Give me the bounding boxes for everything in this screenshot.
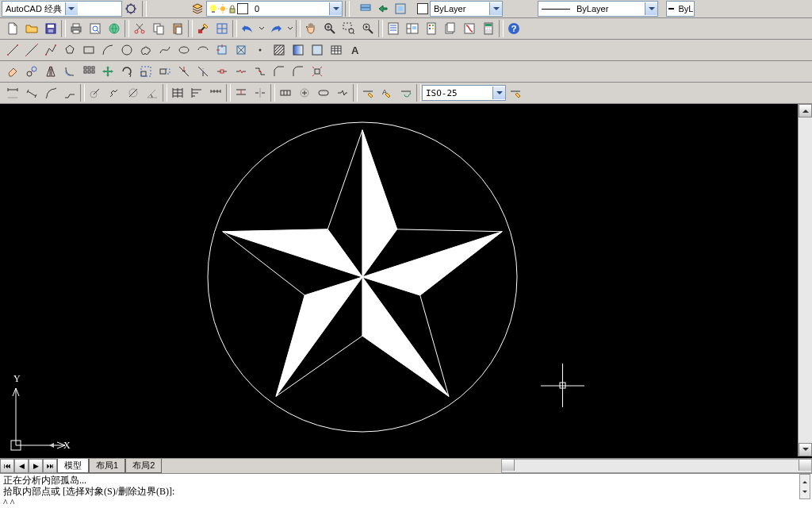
inspection-icon[interactable] [314,83,333,102]
tab-layout1[interactable]: 布局1 [89,459,125,473]
rectangle-icon[interactable] [79,40,98,60]
insert-block-icon[interactable] [213,40,232,60]
tab-first-button[interactable]: ⏮ [0,459,14,473]
point-icon[interactable] [251,40,270,60]
tab-model[interactable]: 模型 [57,459,89,473]
make-block-icon[interactable] [232,40,251,60]
dim-ordinate-icon[interactable] [60,83,79,102]
dim-radius-icon[interactable] [86,83,105,102]
offset-icon[interactable] [60,62,79,81]
polygon-icon[interactable] [60,40,79,60]
tab-next-button[interactable]: ▶ [29,459,43,473]
mirror-icon[interactable] [41,62,60,81]
explode-icon[interactable] [308,62,327,81]
workspace-settings-icon[interactable] [122,0,140,17]
command-scroll[interactable] [799,474,810,499]
revision-cloud-icon[interactable] [136,40,155,60]
print-icon[interactable] [67,19,86,38]
line-icon[interactable] [3,40,22,60]
plot-preview-icon[interactable] [86,19,105,38]
region-icon[interactable] [308,40,327,60]
undo-icon[interactable] [238,19,257,38]
drawing-canvas[interactable]: Y X [2,104,798,456]
construction-line-icon[interactable] [22,40,41,60]
dim-baseline-icon[interactable] [187,83,206,102]
dim-linear-icon[interactable] [3,83,22,102]
new-file-icon[interactable] [3,19,22,38]
multiline-text-icon[interactable]: A [346,40,365,60]
arc-icon[interactable] [98,40,117,60]
erase-icon[interactable] [3,62,22,81]
match-properties-icon[interactable] [193,19,213,38]
break-icon[interactable] [232,62,251,81]
copy-object-icon[interactable] [22,62,41,81]
array-icon[interactable] [79,62,98,81]
dim-jog-line-icon[interactable] [333,83,352,102]
vertical-scrollbar[interactable] [798,104,812,456]
help-icon[interactable]: ? [504,19,523,38]
scroll-down-button[interactable] [799,443,812,456]
sheet-set-icon[interactable] [441,19,460,38]
zoom-window-icon[interactable] [339,19,358,38]
open-icon[interactable] [22,19,41,38]
move-icon[interactable] [98,62,117,81]
dim-arc-icon[interactable] [41,83,60,102]
hatch-icon[interactable] [270,40,289,60]
dim-diameter-icon[interactable] [124,83,143,102]
command-window[interactable]: 正在分析内部孤岛... 拾取内部点或 [选择对象(S)/删除边界(B)]: ^ … [0,473,812,508]
lineweight-dropdown[interactable]: ByL [666,1,695,17]
cut-icon[interactable] [130,19,149,38]
scale-icon[interactable] [136,62,155,81]
zoom-previous-icon[interactable] [358,19,377,38]
color-swatch[interactable] [417,3,428,14]
tab-prev-button[interactable]: ◀ [14,459,29,473]
layer-iso-icon[interactable] [392,0,409,17]
paste-icon[interactable] [168,19,187,38]
quickcalc-icon[interactable] [479,19,498,38]
layer-previous-icon[interactable] [374,0,392,17]
tab-layout2[interactable]: 布局2 [125,459,162,473]
polyline-icon[interactable] [41,40,60,60]
layer-manager-icon[interactable] [189,0,206,17]
dim-text-edit-icon[interactable]: A [377,83,396,102]
undo-dropdown-icon[interactable] [257,19,266,38]
copy-icon[interactable] [149,19,168,38]
quick-dim-icon[interactable] [168,83,187,102]
dim-break-icon[interactable] [251,83,270,102]
dim-aligned-icon[interactable] [22,83,41,102]
gradient-icon[interactable] [289,40,308,60]
dim-style-manager-icon[interactable] [506,83,525,102]
save-icon[interactable] [41,19,60,38]
color-dropdown[interactable]: ByLayer [430,1,503,17]
zoom-realtime-icon[interactable] [320,19,339,38]
properties-icon[interactable] [384,19,403,38]
stretch-icon[interactable] [155,62,174,81]
layer-states-icon[interactable] [357,0,374,17]
spline-icon[interactable] [155,40,174,60]
dim-edit-icon[interactable] [358,83,377,102]
redo-icon[interactable] [266,19,285,38]
join-icon[interactable] [251,62,270,81]
redo-dropdown-icon[interactable] [285,19,295,38]
center-mark-icon[interactable] [295,83,314,102]
block-editor-icon[interactable] [213,19,232,38]
fillet-icon[interactable] [289,62,308,81]
cmd-scroll-down[interactable] [800,487,810,498]
publish-icon[interactable] [105,19,124,38]
workspace-dropdown[interactable]: AutoCAD 经典 [2,1,122,17]
extend-icon[interactable] [193,62,213,81]
tab-last-button[interactable]: ⏭ [43,459,57,473]
chamfer-icon[interactable] [270,62,289,81]
dim-style-dropdown[interactable]: ISO-25 [422,85,506,101]
table-icon[interactable] [327,40,346,60]
ellipse-icon[interactable] [174,40,193,60]
tolerance-icon[interactable] [276,83,295,102]
dim-continue-icon[interactable] [206,83,225,102]
cmd-scroll-up[interactable] [800,475,810,487]
trim-icon[interactable] [174,62,193,81]
circle-icon[interactable] [117,40,136,60]
dim-angular-icon[interactable] [143,83,162,102]
dim-jogged-icon[interactable] [105,83,124,102]
rotate-icon[interactable] [117,62,136,81]
tool-palettes-icon[interactable] [422,19,441,38]
